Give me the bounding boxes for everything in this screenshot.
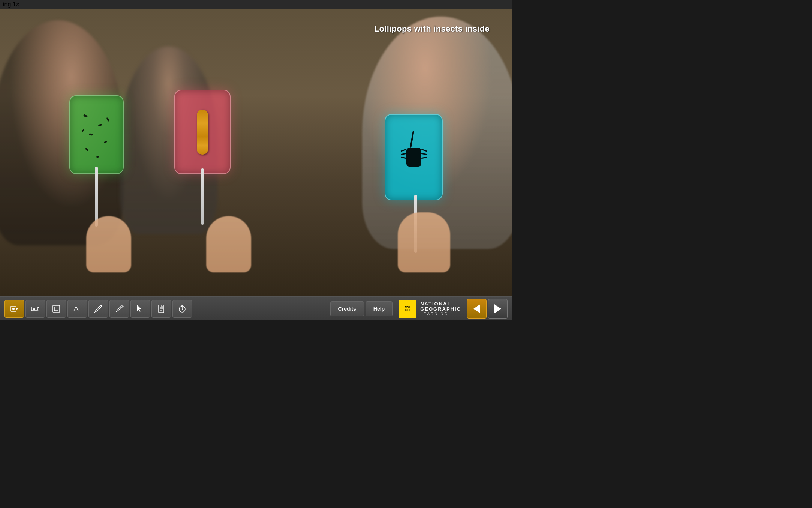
arrow-right-icon (494, 304, 501, 313)
scorpion-body (406, 148, 421, 167)
svg-marker-1 (16, 307, 18, 310)
projector-icon (31, 304, 40, 313)
natgeo-box-inner: NATGEO (405, 306, 410, 311)
svg-line-11 (99, 307, 100, 308)
record-button[interactable] (4, 300, 24, 318)
document-icon (157, 304, 166, 313)
svg-marker-9 (74, 307, 78, 311)
svg-point-12 (101, 305, 102, 306)
pen2-button[interactable] (109, 300, 129, 318)
title-text: ing 1 (3, 1, 16, 8)
natgeo-learning-text: LEARNING (420, 312, 461, 316)
natgeo-national-text: NATIONAL (420, 301, 461, 307)
svg-rect-7 (53, 305, 60, 312)
hand-left (86, 216, 131, 272)
eraser-icon (73, 304, 82, 313)
ant-dots (76, 104, 117, 167)
cursor-button[interactable] (130, 300, 150, 318)
svg-rect-3 (31, 307, 37, 311)
caterpillar (197, 110, 208, 155)
timer-button[interactable] (172, 300, 192, 318)
nav-back-button[interactable] (467, 299, 487, 319)
lollipop-stick-green (95, 167, 98, 227)
natgeo-logo: NATGEO NATIONAL GEOGRAPHIC LEARNING (399, 300, 461, 318)
whiteboard-button[interactable] (46, 300, 66, 318)
close-button[interactable]: × (16, 1, 19, 8)
lollipop-pink (174, 90, 231, 174)
document-button[interactable] (151, 300, 171, 318)
svg-marker-17 (137, 305, 141, 312)
eraser-button[interactable] (67, 300, 87, 318)
pen-icon (94, 304, 103, 313)
svg-line-14 (122, 305, 123, 305)
hand-right (398, 212, 450, 272)
natgeo-box: NATGEO (399, 300, 416, 318)
arrow-left-icon (473, 304, 480, 313)
nav-forward-button[interactable] (488, 299, 508, 319)
help-button[interactable]: Help (366, 301, 393, 316)
natgeo-text: NATIONAL GEOGRAPHIC LEARNING (420, 301, 461, 316)
app: ing 1 × (0, 0, 512, 320)
record-icon (10, 304, 19, 313)
toolbar: Credits Help NATGEO NATIONAL GEOGRAPHIC … (0, 296, 512, 320)
lollipop-green (69, 95, 124, 174)
natgeo-geographic-text: GEOGRAPHIC (420, 307, 461, 312)
lollipop-stick-pink (201, 168, 204, 225)
svg-point-2 (12, 308, 15, 310)
svg-rect-8 (54, 307, 58, 311)
main-content: Lollipops with insects inside (0, 9, 512, 296)
svg-point-13 (121, 306, 122, 307)
photo-title: Lollipops with insects inside (374, 24, 490, 34)
svg-line-16 (122, 308, 123, 308)
svg-line-24 (182, 309, 183, 310)
scorpion (399, 138, 429, 176)
svg-point-6 (33, 308, 35, 310)
hand-center (206, 216, 251, 272)
credits-button[interactable]: Credits (330, 301, 364, 316)
projector-button[interactable] (25, 300, 45, 318)
pen2-icon (115, 304, 124, 313)
whiteboard-icon (52, 304, 61, 313)
timer-icon (178, 304, 187, 313)
lollipop-blue (385, 114, 443, 200)
pen-button[interactable] (88, 300, 108, 318)
title-bar: ing 1 × (0, 0, 512, 9)
cursor-icon (136, 304, 145, 313)
